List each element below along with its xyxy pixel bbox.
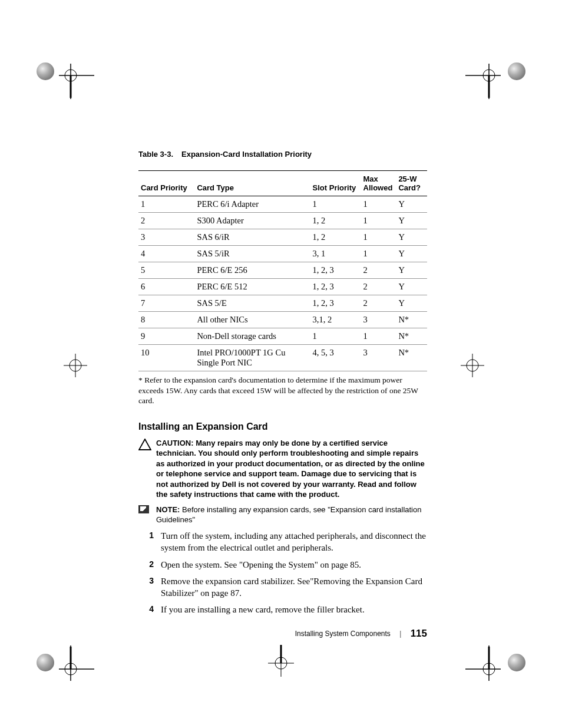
page-body: Table 3-3.Expansion-Card Installation Pr… [138, 150, 427, 616]
table-row: 5PERC 6/E 2561, 2, 32Y [138, 262, 427, 279]
table-title: Expansion-Card Installation Priority [181, 150, 312, 159]
cell-w25: Y [396, 295, 427, 312]
table-number: Table 3-3. [138, 150, 173, 159]
cell-priority: 10 [138, 345, 194, 371]
table-row: 8All other NICs3,1, 23N* [138, 312, 427, 328]
step-item: Turn off the system, including any attac… [138, 530, 427, 554]
cell-type: SAS 6/iR [194, 229, 310, 246]
cell-slot: 1, 2 [310, 229, 361, 246]
cell-max: 2 [361, 279, 396, 295]
cell-w25: Y [396, 196, 427, 213]
cell-max: 3 [361, 312, 396, 328]
cell-slot: 1, 2 [310, 213, 361, 229]
cell-w25: N* [396, 328, 427, 345]
print-ball-icon [37, 62, 54, 80]
th-slot-priority: Slot Priority [310, 171, 361, 196]
cell-slot: 1 [310, 196, 361, 213]
cell-w25: N* [396, 345, 427, 371]
registration-mark-icon [59, 64, 94, 99]
cell-type: PERC 6/E 512 [194, 279, 310, 295]
cell-max: 1 [361, 196, 396, 213]
table-caption: Table 3-3.Expansion-Card Installation Pr… [138, 150, 427, 159]
cell-type: PERC 6/i Adapter [194, 196, 310, 213]
expansion-card-priority-table: Card Priority Card Type Slot Priority Ma… [138, 170, 427, 371]
cell-priority: 7 [138, 295, 194, 312]
section-heading: Installing an Expansion Card [138, 421, 427, 432]
cell-w25: Y [396, 229, 427, 246]
cell-type: S300 Adapter [194, 213, 310, 229]
th-card-type: Card Type [194, 171, 310, 196]
cell-priority: 2 [138, 213, 194, 229]
cell-priority: 5 [138, 262, 194, 279]
cell-w25: Y [396, 213, 427, 229]
registration-mark-icon [465, 645, 501, 681]
registration-mark-icon [263, 643, 299, 678]
cell-slot: 4, 5, 3 [310, 345, 361, 371]
cell-slot: 1, 2, 3 [310, 262, 361, 279]
note-label: NOTE: [156, 505, 182, 514]
footer-page-number: 115 [411, 628, 427, 639]
step-item: Open the system. See "Opening the System… [138, 559, 427, 571]
page-footer: Installing System Components | 115 [138, 628, 427, 640]
cell-max: 1 [361, 229, 396, 246]
cell-priority: 8 [138, 312, 194, 328]
table-row: 9Non-Dell storage cards11N* [138, 328, 427, 345]
cell-w25: Y [396, 262, 427, 279]
cell-w25: Y [396, 246, 427, 262]
table-row: 10Intel PRO/1000PT 1G Cu Single Port NIC… [138, 345, 427, 371]
cell-priority: 4 [138, 246, 194, 262]
table-row: 6PERC 6/E 5121, 2, 32Y [138, 279, 427, 295]
cell-type: Non-Dell storage cards [194, 328, 310, 345]
caution-label: CAUTION: [156, 439, 196, 447]
note-text: Before installing any expansion cards, s… [156, 505, 421, 525]
step-item: Remove the expansion card stabilizer. Se… [138, 575, 427, 599]
cell-type: Intel PRO/1000PT 1G Cu Single Port NIC [194, 345, 310, 371]
note-icon [138, 505, 156, 516]
caution-icon [138, 438, 156, 453]
steps-list: Turn off the system, including any attac… [138, 530, 427, 616]
step-item: If you are installing a new card, remove… [138, 604, 427, 615]
cell-slot: 1, 2, 3 [310, 295, 361, 312]
caution-text: Many repairs may only be done by a certi… [156, 439, 425, 499]
cell-max: 1 [361, 328, 396, 345]
cell-max: 2 [361, 295, 396, 312]
registration-mark-icon [59, 645, 94, 681]
registration-mark-icon [461, 354, 496, 389]
table-footnote: * Refer to the expansion card's document… [138, 375, 427, 406]
cell-w25: Y [396, 279, 427, 295]
th-max-allowed: Max Allowed [361, 171, 396, 196]
print-ball-icon [508, 654, 525, 671]
cell-type: SAS 5/E [194, 295, 310, 312]
cell-slot: 3,1, 2 [310, 312, 361, 328]
table-row: 7SAS 5/E1, 2, 32Y [138, 295, 427, 312]
footer-chapter: Installing System Components [295, 630, 391, 638]
print-ball-icon [37, 654, 54, 671]
note-block: NOTE: Before installing any expansion ca… [138, 505, 427, 525]
cell-max: 3 [361, 345, 396, 371]
cell-slot: 3, 1 [310, 246, 361, 262]
table-row: 1PERC 6/i Adapter11Y [138, 196, 427, 213]
registration-mark-icon [64, 354, 99, 389]
cell-type: SAS 5/iR [194, 246, 310, 262]
cell-type: All other NICs [194, 312, 310, 328]
cell-max: 1 [361, 246, 396, 262]
table-row: 2S300 Adapter1, 21Y [138, 213, 427, 229]
th-25w-card: 25-W Card? [396, 171, 427, 196]
th-card-priority: Card Priority [138, 171, 194, 196]
cell-slot: 1, 2, 3 [310, 279, 361, 295]
cell-w25: N* [396, 312, 427, 328]
cell-priority: 3 [138, 229, 194, 246]
caution-block: CAUTION: Many repairs may only be done b… [138, 438, 427, 500]
svg-marker-26 [139, 439, 151, 450]
cell-max: 2 [361, 262, 396, 279]
cell-max: 1 [361, 213, 396, 229]
table-row: 4SAS 5/iR3, 11Y [138, 246, 427, 262]
table-row: 3SAS 6/iR1, 21Y [138, 229, 427, 246]
cell-priority: 9 [138, 328, 194, 345]
print-ball-icon [508, 62, 525, 80]
registration-mark-icon [465, 64, 501, 99]
cell-priority: 1 [138, 196, 194, 213]
footer-divider: | [399, 630, 401, 638]
cell-slot: 1 [310, 328, 361, 345]
cell-type: PERC 6/E 256 [194, 262, 310, 279]
